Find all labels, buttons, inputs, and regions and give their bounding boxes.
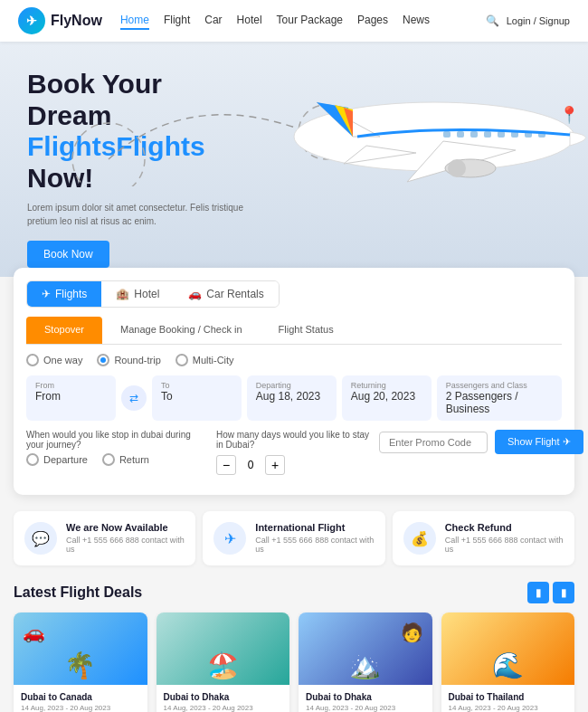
navbar: ✈ FlyNow Home Flight Car Hotel Tour Pack… [0, 0, 588, 42]
hero-subtitle: Lorem ipsum dolor sit amet consectetur. … [27, 201, 262, 228]
tab-flights[interactable]: ✈ Flights [27, 281, 101, 307]
tab-flight-status[interactable]: Flight Status [261, 317, 352, 344]
option-oneway[interactable]: One way [26, 354, 82, 366]
deal-image-2: 🏔️ 🧑 [299, 612, 432, 685]
search-section: ✈ Flights 🏨 Hotel 🚗 Car Rentals Stopover… [14, 268, 574, 495]
deal-cards: 🌴 🚗 Dubai to Canada 14 Aug, 2023 - 20 Au… [14, 612, 574, 712]
svg-rect-5 [470, 131, 478, 138]
next-arrow-button[interactable]: ▮ [553, 582, 574, 603]
feature-refund-icon: 💰 [403, 522, 436, 555]
svg-rect-3 [443, 131, 450, 138]
deal-body-1: Dubai to Dhaka 14 Aug, 2023 - 20 Aug 202… [156, 685, 290, 712]
radio-multicity [175, 354, 188, 366]
trip-options: One way Round-trip Multi-City [26, 354, 562, 366]
days-value: 0 [242, 459, 260, 471]
deals-section: Latest Flight Deals ▮ ▮ 🌴 🚗 Dubai to Can… [0, 573, 588, 712]
deal-card-1: 🏖️ Dubai to Dhaka 14 Aug, 2023 - 20 Aug … [156, 612, 290, 712]
plane-svg [262, 46, 588, 209]
tab-car[interactable]: 🚗 Car Rentals [174, 281, 278, 307]
search-icon[interactable]: 🔍 [486, 14, 499, 27]
location-pin-icon: 📍 [559, 105, 579, 125]
nav-car[interactable]: Car [204, 12, 222, 30]
deal-body-0: Dubai to Canada 14 Aug, 2023 - 20 Aug 20… [14, 685, 147, 712]
swap-button[interactable]: ⇄ [121, 385, 147, 411]
nav-links: Home Flight Car Hotel Tour Package Pages… [120, 12, 468, 30]
option-return[interactable]: Return [102, 453, 149, 466]
nav-hotel[interactable]: Hotel [237, 12, 262, 30]
radio-return [102, 453, 115, 466]
deal-image-3: 🌊 [441, 612, 575, 685]
deal-body-3: Dubai to Thailand 14 Aug, 2023 - 20 Aug … [441, 685, 575, 712]
days-control: − 0 + [216, 455, 370, 475]
svg-rect-4 [457, 131, 464, 138]
passengers-field[interactable]: Passengers and Class 2 Passengers / Busi… [437, 375, 562, 421]
svg-point-0 [72, 123, 145, 186]
days-decrement-button[interactable]: − [216, 455, 236, 475]
deal-body-2: Dubai to Dhaka 14 Aug, 2023 - 20 Aug 202… [299, 685, 432, 712]
departing-field[interactable]: Departing Aug 18, 2023 [247, 375, 337, 421]
nav-right: 🔍 Login / Signup [486, 14, 570, 27]
feature-available: 💬 We are Now Available Call +1 555 666 8… [14, 511, 195, 565]
plane-image [262, 46, 588, 212]
extra-options: When would you like stop in dubai during… [26, 430, 562, 475]
feature-available-text: We are Now Available Call +1 555 666 888… [66, 522, 185, 554]
deal-image-1: 🏖️ [156, 612, 290, 685]
nav-arrows: ▮ ▮ [527, 582, 574, 603]
logo-icon: ✈ [18, 7, 45, 34]
feature-refund-text: Check Refund Call +1 555 666 888 contact… [445, 522, 564, 554]
days-increment-button[interactable]: + [265, 455, 285, 475]
tab-hotel[interactable]: 🏨 Hotel [101, 281, 174, 307]
svg-rect-6 [484, 131, 491, 138]
logo-text: FlyNow [51, 13, 102, 29]
nav-home[interactable]: Home [120, 12, 149, 30]
deal-card-2: 🏔️ 🧑 Dubai to Dhaka 14 Aug, 2023 - 20 Au… [299, 612, 432, 712]
svg-point-12 [448, 159, 466, 177]
deal-image-0: 🌴 🚗 [14, 612, 147, 685]
option-departure[interactable]: Departure [26, 453, 88, 466]
nav-news[interactable]: News [403, 12, 430, 30]
days-question: How many days would you like to stay in … [216, 430, 370, 450]
flight-fields: From From ⇄ To To Departing Aug 18, 2023… [26, 375, 562, 421]
feature-refund: 💰 Check Refund Call +1 555 666 888 conta… [393, 511, 574, 565]
nav-pages[interactable]: Pages [357, 12, 388, 30]
to-field[interactable]: To To [152, 375, 242, 421]
logo[interactable]: ✈ FlyNow [18, 7, 102, 34]
radio-departure [26, 453, 39, 466]
stopover-question: When would you like stop in dubai during… [26, 430, 207, 450]
feature-plane-icon: ✈ [213, 522, 246, 555]
feature-chat-icon: 💬 [24, 522, 57, 555]
search-type-tabs: ✈ Flights 🏨 Hotel 🚗 Car Rentals [26, 280, 280, 308]
book-now-button[interactable]: Book Now [27, 241, 109, 268]
returning-field[interactable]: Returning Aug 20, 2023 [342, 375, 432, 421]
deals-header: Latest Flight Deals ▮ ▮ [14, 582, 574, 603]
stop-radios: Departure Return [26, 453, 207, 466]
from-field[interactable]: From From [26, 375, 116, 421]
deal-card-0: 🌴 🚗 Dubai to Canada 14 Aug, 2023 - 20 Au… [14, 612, 147, 712]
nav-flight[interactable]: Flight [164, 12, 190, 30]
radio-roundtrip [97, 354, 109, 366]
tab-stopover[interactable]: Stopover [26, 317, 102, 344]
booking-tabs: Stopover Manage Booking / Check in Fligh… [26, 317, 562, 345]
promo-search-area: Show Flight ✈ [379, 430, 583, 454]
svg-rect-7 [498, 131, 505, 138]
deal-card-3: 🌊 Dubai to Thailand 14 Aug, 2023 - 20 Au… [441, 612, 575, 712]
hero-section: Book Your Dream FlightsFlights Now! Lore… [0, 42, 588, 277]
radio-oneway [26, 354, 39, 366]
prev-arrow-button[interactable]: ▮ [527, 582, 549, 603]
option-multicity[interactable]: Multi-City [175, 354, 234, 366]
option-roundtrip[interactable]: Round-trip [97, 354, 160, 366]
feature-international-text: International Flight Call +1 555 666 888… [255, 522, 374, 554]
features-section: 💬 We are Now Available Call +1 555 666 8… [0, 504, 588, 573]
nav-tour[interactable]: Tour Package [277, 12, 343, 30]
feature-international: ✈ International Flight Call +1 555 666 8… [203, 511, 384, 565]
tab-manage-booking[interactable]: Manage Booking / Check in [102, 317, 261, 344]
login-link[interactable]: Login / Signup [507, 15, 570, 26]
show-flight-button[interactable]: Show Flight ✈ [495, 430, 583, 454]
promo-code-input[interactable] [379, 432, 488, 453]
deals-title: Latest Flight Deals [14, 584, 142, 601]
